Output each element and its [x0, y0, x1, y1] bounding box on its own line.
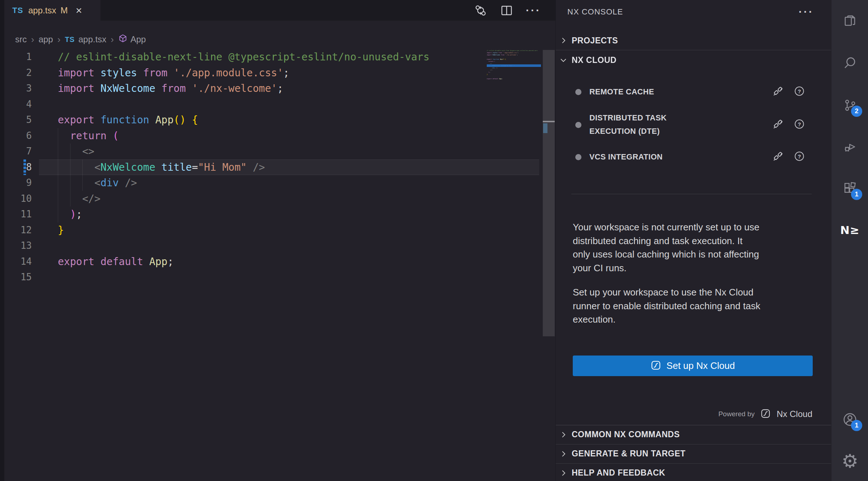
open-changes-icon[interactable] — [474, 4, 487, 17]
chevron-right-icon — [559, 469, 567, 477]
svg-text:?: ? — [798, 122, 801, 127]
setup-button-label: Set up Nx Cloud — [666, 360, 735, 371]
minimap-current-line — [487, 64, 541, 67]
extensions-icon[interactable]: 1 — [841, 180, 859, 197]
typescript-file-icon: TS — [12, 6, 23, 15]
indent-guide — [70, 144, 70, 207]
line-number: 14 — [4, 254, 37, 270]
search-icon[interactable] — [841, 54, 859, 71]
source-control-badge: 2 — [851, 106, 862, 117]
help-icon[interactable]: ? — [794, 118, 805, 131]
extensions-badge: 1 — [851, 189, 862, 200]
code-line[interactable]: import styles from './app.module.css'; — [58, 65, 289, 81]
chevron-right-icon — [559, 37, 567, 44]
panel-more-actions-icon[interactable]: ··· — [799, 0, 814, 24]
line-number: 5 — [4, 112, 37, 128]
section-nx-cloud[interactable]: NX CLOUD — [556, 51, 831, 69]
breadcrumb-app[interactable]: app — [39, 34, 53, 44]
typescript-file-icon: TS — [65, 35, 75, 44]
section-help-and-feedback[interactable]: HELP AND FEEDBACK — [556, 464, 831, 481]
indent-guide — [82, 159, 83, 191]
section-label: NX CLOUD — [572, 55, 616, 65]
explorer-icon[interactable] — [841, 12, 859, 29]
feature-vcs-integration: VCS INTEGRATION ? — [556, 148, 831, 166]
section-label: PROJECTS — [572, 36, 618, 46]
run-debug-icon[interactable] — [841, 138, 859, 156]
section-generate-run-target[interactable]: GENERATE & RUN TARGET — [556, 444, 831, 463]
breadcrumb-symbol[interactable]: App — [130, 34, 146, 44]
gear-glyph: ⚙ — [842, 452, 859, 471]
modified-badge: M — [61, 5, 68, 16]
nx-logo-text: N≥ — [840, 224, 860, 237]
section-projects[interactable]: PROJECTS — [556, 32, 831, 49]
powered-by-brand: Nx Cloud — [777, 409, 812, 419]
more-actions-icon[interactable]: ··· — [526, 5, 541, 16]
svg-text:?: ? — [798, 89, 801, 94]
breadcrumb: src › app › TS app.tsx › App — [15, 32, 146, 47]
code-line[interactable]: <NxWelcome title="Hi Mom" /> — [58, 159, 265, 175]
connect-icon[interactable] — [772, 85, 784, 99]
feature-label: REMOTE CACHE — [589, 85, 654, 99]
code-line[interactable]: export default App; — [58, 254, 173, 270]
nx-cloud-logo-icon — [650, 360, 661, 372]
svg-text:?: ? — [798, 154, 801, 159]
breadcrumb-separator: › — [57, 34, 61, 45]
line-number: 1 — [4, 49, 37, 65]
code-line[interactable]: // eslint-disable-next-line @typescript-… — [58, 49, 429, 65]
code-line[interactable]: import NxWelcome from './nx-welcome'; — [58, 81, 283, 97]
code-line[interactable]: return ( — [58, 128, 119, 144]
settings-gear-icon[interactable]: ⚙ — [841, 452, 859, 470]
chevron-right-icon — [559, 450, 567, 458]
status-dot-icon — [575, 154, 581, 160]
vscode-window: TS app.tsx M × — [0, 0, 868, 481]
line-number: 12 — [4, 222, 37, 238]
breadcrumb-file[interactable]: app.tsx — [78, 34, 106, 44]
symbol-cube-icon — [118, 34, 130, 45]
source-control-icon[interactable]: 2 — [841, 97, 859, 114]
chevron-down-icon — [559, 56, 567, 64]
accounts-badge: 1 — [851, 420, 862, 431]
line-number: 3 — [4, 81, 37, 97]
tab-close-icon[interactable]: × — [76, 5, 82, 16]
code-line[interactable]: } — [58, 222, 64, 238]
accounts-icon[interactable]: 1 — [841, 411, 859, 428]
split-editor-icon[interactable] — [500, 4, 514, 17]
nx-console-icon[interactable]: N≥ — [841, 221, 859, 239]
line-number: 8 — [4, 159, 37, 175]
help-icon[interactable]: ? — [794, 85, 805, 98]
nx-cloud-logo-icon — [760, 408, 771, 420]
connect-icon[interactable] — [772, 118, 784, 132]
line-number: 10 — [4, 191, 37, 207]
setup-nx-cloud-button[interactable]: Set up Nx Cloud — [573, 356, 813, 376]
chevron-right-icon — [559, 431, 567, 439]
tab-title: app.tsx — [28, 5, 56, 16]
code-line[interactable]: <div /> — [58, 175, 137, 191]
indent-guide — [58, 128, 58, 222]
section-common-nx-commands[interactable]: COMMON NX COMMANDS — [556, 425, 831, 444]
feature-label: VCS INTEGRATION — [589, 150, 663, 164]
section-divider — [556, 50, 831, 50]
breadcrumb-separator: › — [111, 34, 114, 45]
tab-app-tsx[interactable]: TS app.tsx M × — [4, 0, 100, 21]
code-line[interactable]: export function App() { — [58, 112, 198, 128]
breadcrumb-separator: › — [31, 34, 34, 45]
editor-toolbar: ··· — [474, 0, 541, 21]
help-icon[interactable]: ? — [794, 150, 805, 163]
editor-scrollbar[interactable] — [543, 50, 555, 336]
code-line[interactable]: </> — [58, 191, 100, 207]
code-line[interactable]: <> — [58, 144, 94, 159]
line-number: 4 — [4, 97, 37, 112]
connect-icon[interactable] — [772, 150, 784, 164]
line-number: 2 — [4, 65, 37, 81]
code-line[interactable]: ); — [58, 207, 82, 222]
line-number: 9 — [4, 175, 37, 191]
editor-tab-bar: TS app.tsx M × — [4, 0, 555, 21]
breadcrumb-src[interactable]: src — [15, 34, 27, 44]
editor-group: TS app.tsx M × — [4, 0, 555, 481]
workspace-status-text: Your workspace is not currently set up t… — [573, 221, 822, 275]
window-left-edge — [0, 0, 4, 481]
line-number: 15 — [4, 269, 37, 285]
line-number: 13 — [4, 238, 37, 254]
minimap[interactable]: // eslint-disable-next-line @typescript-… — [487, 50, 541, 84]
status-dot-icon — [575, 89, 581, 95]
